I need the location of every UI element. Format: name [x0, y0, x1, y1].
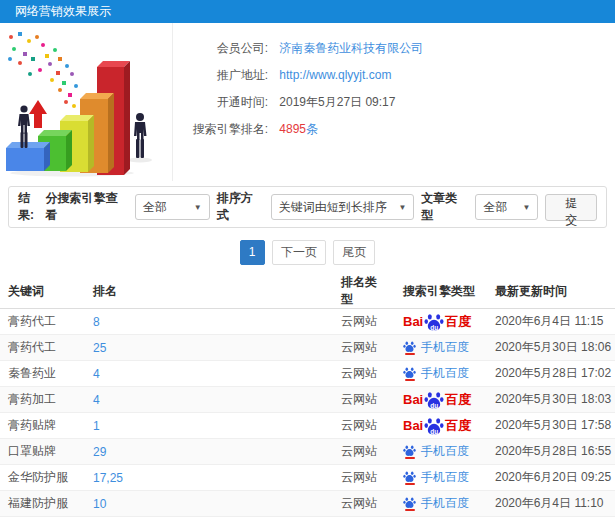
updated-cell: 2020年5月28日 17:02	[487, 361, 615, 387]
rank-type-cell: 云网站	[333, 465, 395, 491]
sort-select-value: 关键词由短到长排序	[279, 199, 387, 216]
rank-cell: 25	[85, 335, 333, 361]
rank-type-cell: 云网站	[333, 335, 395, 361]
col-engine-type: 搜索引擎类型	[395, 274, 487, 309]
page-1-button[interactable]: 1	[240, 240, 265, 265]
rank-type-cell: 云网站	[333, 387, 395, 413]
engine-cell: Baidu百度	[395, 413, 487, 439]
open-time-label: 开通时间:	[173, 89, 268, 116]
rank-cell: 1	[85, 413, 333, 439]
keyword-cell: 膏药代工	[0, 335, 85, 361]
engine-cell: 手机百度	[395, 491, 487, 517]
promo-url-label: 推广地址:	[173, 62, 268, 89]
baidu-mobile-icon[interactable]: 手机百度	[403, 443, 469, 460]
rank-link[interactable]: 17,25	[93, 471, 123, 485]
updated-cell: 2020年6月20日 09:25	[487, 465, 615, 491]
rank-link[interactable]: 4	[93, 393, 100, 407]
article-type-select[interactable]: 全部 ▼	[475, 194, 538, 220]
rank-cell: 29	[85, 439, 333, 465]
table-row: 膏药贴牌1云网站Baidu百度2020年5月30日 17:58	[0, 413, 615, 439]
last-page-button[interactable]: 尾页	[333, 240, 375, 265]
rank-link[interactable]: 10	[93, 497, 106, 511]
company-info-section: 会员公司: 济南秦鲁药业科技有限公司 推广地址: http://www.qlyy…	[0, 23, 615, 181]
rank-cell: 10	[85, 491, 333, 517]
col-keyword: 关键词	[0, 274, 85, 309]
results-table-body: 膏药代工8云网站Baidu百度2020年6月4日 11:15膏药代工25云网站手…	[0, 309, 615, 517]
bar-blue	[6, 142, 50, 171]
keyword-cell: 秦鲁药业	[0, 361, 85, 387]
rank-cell: 17,25	[85, 465, 333, 491]
businessman-left	[18, 105, 30, 148]
pagination: 1 下一页 尾页	[0, 228, 615, 274]
keyword-cell: 膏药代工	[0, 309, 85, 335]
baidu-paw-icon	[403, 340, 416, 353]
table-row: 膏药代工25云网站手机百度2020年5月30日 18:06	[0, 335, 615, 361]
chevron-down-icon: ▼	[523, 203, 531, 212]
baidu-logo-icon: Baidu百度	[403, 390, 471, 410]
keyword-cell: 福建防护服	[0, 491, 85, 517]
baidu-mobile-underline	[405, 457, 415, 459]
rank-link[interactable]: 4	[93, 367, 100, 381]
baidu-paw-icon	[403, 444, 416, 457]
baidu-mobile-icon[interactable]: 手机百度	[403, 339, 469, 356]
member-company-label: 会员公司:	[173, 35, 268, 62]
rank-link[interactable]: 8	[93, 315, 100, 329]
col-updated: 最新更新时间	[487, 274, 615, 309]
marketing-effect-page: 网络营销效果展示	[0, 0, 615, 520]
table-row: 金华防护服17,25云网站手机百度2020年6月20日 09:25	[0, 465, 615, 491]
keyword-cell: 金华防护服	[0, 465, 85, 491]
rank-cell: 4	[85, 361, 333, 387]
bar-chart-illustration	[0, 23, 173, 181]
rank-link[interactable]: 29	[93, 445, 106, 459]
engine-cell: 手机百度	[395, 465, 487, 491]
results-filter-bar: 结果: 分搜索引擎查看 全部 ▼ 排序方式 关键词由短到长排序 ▼ 文章类型 全…	[8, 186, 607, 228]
businessman-right	[134, 113, 147, 158]
engine-select[interactable]: 全部 ▼	[135, 194, 210, 220]
baidu-mobile-icon[interactable]: 手机百度	[403, 365, 469, 382]
baidu-mobile-underline	[405, 379, 415, 381]
info-field-company: 会员公司: 济南秦鲁药业科技有限公司	[173, 35, 615, 62]
engine-cell: Baidu百度	[395, 309, 487, 335]
keyword-cell: 膏药加工	[0, 387, 85, 413]
updated-cell: 2020年5月28日 16:55	[487, 439, 615, 465]
promo-url-link[interactable]: http://www.qlyyjt.com	[279, 68, 391, 82]
rank-cell: 8	[85, 309, 333, 335]
engine-cell: Baidu百度	[395, 387, 487, 413]
chevron-down-icon: ▼	[194, 203, 202, 212]
engine-label: 手机百度	[421, 443, 469, 460]
member-company-link[interactable]: 济南秦鲁药业科技有限公司	[279, 41, 423, 55]
rank-link[interactable]: 1	[93, 419, 100, 433]
table-row: 秦鲁药业4云网站手机百度2020年5月28日 17:02	[0, 361, 615, 387]
rank-type-cell: 云网站	[333, 439, 395, 465]
next-page-button[interactable]: 下一页	[272, 240, 326, 265]
baidu-mobile-underline	[405, 483, 415, 485]
engine-filter-label: 分搜索引擎查看	[46, 190, 128, 224]
keyword-cell: 口罩贴牌	[0, 439, 85, 465]
rank-link[interactable]: 25	[93, 341, 106, 355]
submit-button[interactable]: 提交	[545, 194, 597, 221]
table-row: 福建防护服10云网站手机百度2020年6月4日 11:10	[0, 491, 615, 517]
engine-cell: 手机百度	[395, 335, 487, 361]
article-type-label: 文章类型	[421, 190, 468, 224]
rank-cell: 4	[85, 387, 333, 413]
title-bar: 网络营销效果展示	[0, 0, 615, 23]
info-field-opened: 开通时间: 2019年5月27日 09:17	[173, 89, 615, 116]
updated-cell: 2020年6月4日 11:10	[487, 491, 615, 517]
ranking-table: 关键词 排名 排名类型 搜索引擎类型 最新更新时间 膏药代工8云网站Baidu百…	[0, 274, 615, 517]
baidu-mobile-icon[interactable]: 手机百度	[403, 469, 469, 486]
growth-chart-image	[2, 28, 172, 178]
open-time-value: 2019年5月27日 09:17	[279, 95, 395, 109]
engine-label: 手机百度	[421, 365, 469, 382]
updated-cell: 2020年6月4日 11:15	[487, 309, 615, 335]
company-info-fields: 会员公司: 济南秦鲁药业科技有限公司 推广地址: http://www.qlyy…	[173, 23, 615, 181]
up-arrow-icon	[29, 100, 47, 128]
baidu-mobile-icon[interactable]: 手机百度	[403, 495, 469, 512]
col-rank: 排名	[85, 274, 333, 309]
engine-label: 手机百度	[421, 495, 469, 512]
chevron-down-icon: ▼	[398, 203, 406, 212]
sort-select[interactable]: 关键词由短到长排序 ▼	[271, 194, 414, 220]
baidu-mobile-underline	[405, 509, 415, 511]
rank-type-cell: 云网站	[333, 413, 395, 439]
rank-count-suffix: 条	[306, 122, 318, 136]
info-field-url: 推广地址: http://www.qlyyjt.com	[173, 62, 615, 89]
